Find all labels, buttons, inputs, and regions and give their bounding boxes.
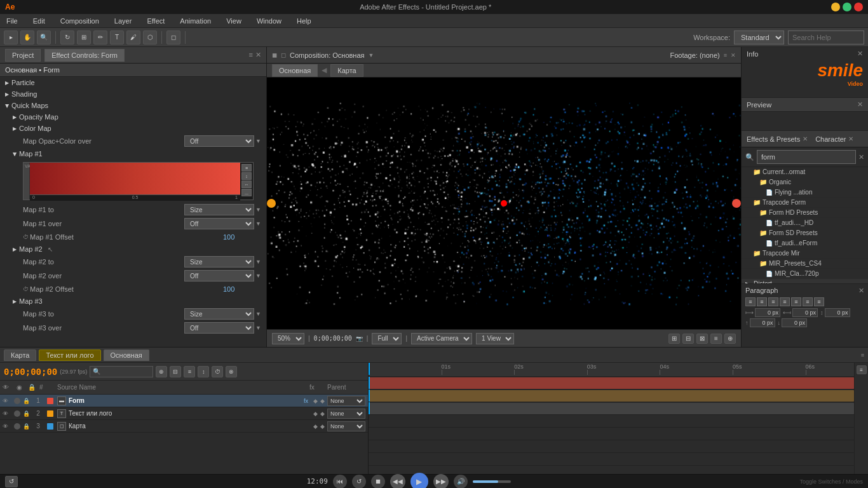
menu-layer[interactable]: Layer (111, 16, 136, 26)
layer3-eye[interactable]: 👁 (3, 423, 11, 430)
layer2-lock[interactable]: 🔒 (23, 410, 29, 417)
tool-select[interactable]: ▸ (4, 30, 18, 44)
section-particle[interactable]: ▶ Particle (0, 77, 266, 88)
timeline-search[interactable] (90, 366, 153, 377)
quality-select[interactable]: Full (372, 333, 402, 344)
section-opacity-map[interactable]: ▶ Opacity Map (10, 111, 266, 123)
view-btn-4[interactable]: ≡ (710, 334, 722, 344)
para-align-right[interactable]: ≡ (768, 297, 778, 306)
map1-to-select[interactable]: Size (184, 204, 254, 215)
layer-row-1[interactable]: 👁 🔒 1 ▬ Form fx ◆ ◆ None (0, 395, 368, 407)
layer3-parent[interactable]: None (327, 421, 365, 431)
effect-item-mir-class[interactable]: 📄 MIR_Cla...720p (742, 269, 868, 279)
tab-karta[interactable]: Карта (330, 64, 363, 77)
layer2-parent[interactable]: None (327, 409, 365, 419)
prev-frame-btn[interactable]: ◀◀ (390, 474, 405, 489)
effect-item-flying[interactable]: 📄 Flying ...ation (742, 187, 868, 198)
para-align-all[interactable]: ≡ (814, 297, 824, 306)
section-map3[interactable]: ▶ Map #3 (10, 295, 266, 307)
view-btn-1[interactable]: ⊞ (668, 334, 680, 344)
track-bar-3[interactable] (369, 403, 854, 414)
para-align-last-right[interactable]: ≡ (803, 297, 813, 306)
map2-over-select[interactable]: Off (184, 270, 254, 281)
map3-to-select[interactable]: Size (184, 308, 254, 320)
camera-select[interactable]: Active Camera (411, 333, 472, 344)
para-close[interactable]: ✕ (858, 287, 864, 295)
menu-edit[interactable]: Edit (29, 16, 49, 26)
search-input[interactable] (788, 30, 864, 44)
close-button[interactable] (854, 3, 863, 11)
timeline-tab-osnovna[interactable]: Основная (104, 349, 149, 361)
window-controls[interactable] (831, 3, 863, 11)
layer-row-2[interactable]: 👁 🔒 2 T Текст или лого ◆ ◆ None (0, 407, 368, 420)
effects-search-input[interactable] (757, 150, 856, 164)
map1-over-select[interactable]: Off (184, 218, 254, 229)
effects-close-x[interactable]: ✕ (803, 135, 808, 142)
para-align-left[interactable]: ≡ (745, 297, 756, 306)
effect-item-form-sd[interactable]: 📁 Form SD Presets (742, 228, 868, 238)
tool-shape[interactable]: ◻ (166, 30, 180, 44)
preview-close[interactable]: ✕ (857, 100, 863, 109)
panel-menu-comp[interactable]: ≡ (724, 52, 727, 58)
handle-right[interactable] (732, 199, 741, 208)
timeline-btn-6[interactable]: ⊗ (226, 366, 237, 377)
tool-text[interactable]: T (110, 30, 124, 44)
volume-slider[interactable] (473, 480, 511, 483)
map3-over-select[interactable]: Off (184, 322, 254, 334)
effect-item-mir-presets[interactable]: 📁 MIR_Presets_CS4 (742, 259, 868, 269)
info-close[interactable]: ✕ (857, 50, 863, 58)
timeline-btn-4[interactable]: ↕ (198, 366, 209, 377)
tab-osnovna[interactable]: Основная (272, 64, 318, 77)
layer3-lock[interactable]: 🔒 (23, 423, 29, 430)
tool-pen[interactable]: ✏ (93, 30, 107, 44)
layer1-solo[interactable] (14, 398, 20, 404)
effect-item-trapcode-mir[interactable]: 📁 Trapcode Mir (742, 248, 868, 259)
view-btn-3[interactable]: ⊠ (696, 334, 708, 344)
next-frame-btn[interactable]: ▶▶ (433, 474, 449, 489)
workspace-select[interactable]: Standard (734, 30, 784, 44)
timeline-tab-text[interactable]: Текст или лого (39, 349, 100, 361)
timeline-tab-karta[interactable]: Карта (4, 349, 36, 361)
map-opac-select[interactable]: Off (184, 135, 254, 147)
handle-left[interactable] (267, 199, 276, 208)
effect-item-trapcode-form[interactable]: 📁 Trapcode Form (742, 198, 868, 208)
para-align-center[interactable]: ≡ (757, 297, 767, 306)
effect-item-tf-hd[interactable]: 📄 tf_audi...._HD (742, 218, 868, 228)
menu-help[interactable]: Help (293, 16, 315, 26)
para-align-last-left[interactable]: ≡ (791, 297, 801, 306)
layer3-solo[interactable] (14, 423, 20, 430)
map-btn-1[interactable]: ≡ (241, 164, 252, 172)
track-area[interactable] (369, 377, 854, 474)
comp-dropdown-arrow[interactable]: ▼ (369, 52, 374, 58)
timeline-btn-1[interactable]: ⊕ (156, 366, 167, 377)
panel-close-comp[interactable]: ✕ (731, 52, 736, 58)
category-distort[interactable]: ▶ Distort (742, 279, 868, 283)
effect-item-form-hd[interactable]: 📁 Form HD Presets (742, 208, 868, 218)
section-quick-maps[interactable]: ▶ Quick Maps (0, 100, 266, 111)
color-gradient-area[interactable]: 0 0.5 1 (30, 163, 240, 200)
map-btn-2[interactable]: ↕ (241, 172, 252, 180)
tool-rotate[interactable]: ↻ (60, 30, 74, 44)
tab-effect-controls[interactable]: Effect Controls: Form (44, 49, 125, 62)
effect-item-organic[interactable]: 📁 Organic (742, 177, 868, 187)
layer1-parent[interactable]: None (327, 396, 365, 406)
tool-zoom[interactable]: 🔍 (37, 30, 51, 44)
track-bar-2[interactable] (369, 390, 854, 402)
space-input[interactable] (825, 308, 850, 317)
tool-brush[interactable]: 🖌 (126, 30, 140, 44)
layer2-eye[interactable]: 👁 (3, 410, 11, 417)
menu-file[interactable]: File (3, 16, 22, 26)
composition-view[interactable] (267, 78, 741, 329)
after-input[interactable] (782, 318, 807, 327)
loop-btn2[interactable]: ↺ (352, 475, 366, 489)
view-select[interactable]: 1 View (476, 333, 514, 344)
tool-clone[interactable]: ⬡ (143, 30, 157, 44)
section-shading[interactable]: ▶ Shading (0, 88, 266, 100)
panel-menu-icon[interactable]: ≡ (249, 51, 253, 59)
map-btn-3[interactable]: ↔ (241, 180, 252, 188)
stop-btn[interactable]: ⏹ (371, 475, 385, 489)
track-bar-1[interactable] (369, 377, 854, 389)
section-map2[interactable]: ▶ Map #2 ↖ (10, 243, 266, 255)
menu-composition[interactable]: Composition (57, 16, 103, 26)
map-btn-4[interactable]: ... (241, 189, 252, 196)
